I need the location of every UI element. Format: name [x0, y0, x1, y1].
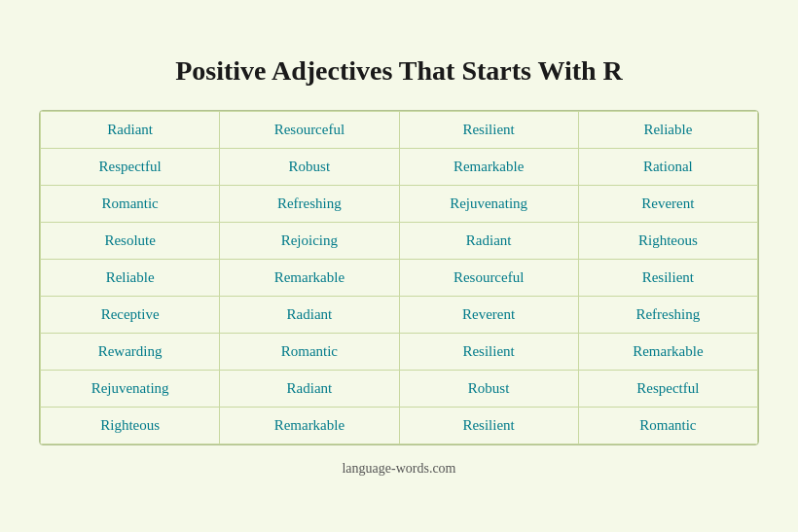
table-cell: Robust — [399, 371, 578, 408]
table-cell: Reverent — [399, 297, 578, 334]
table-cell: Robust — [220, 149, 399, 186]
table-cell: Respectful — [41, 149, 220, 186]
table-row: ReliableRemarkableResourcefulResilient — [41, 260, 758, 297]
table-row: RejuvenatingRadiantRobustRespectful — [41, 371, 758, 408]
table-cell: Rejoicing — [220, 223, 399, 260]
adjectives-table: RadiantResourcefulResilientReliableRespe… — [40, 111, 758, 444]
table-cell: Resourceful — [220, 112, 399, 149]
table-row: RomanticRefreshingRejuvenatingReverent — [41, 186, 758, 223]
footer-text: language-words.com — [342, 461, 455, 477]
table-cell: Reverent — [578, 186, 757, 223]
table-cell: Romantic — [220, 334, 399, 371]
table-cell: Rewarding — [41, 334, 220, 371]
table-cell: Reliable — [578, 112, 757, 149]
table-cell: Remarkable — [220, 260, 399, 297]
table-cell: Receptive — [41, 297, 220, 334]
table-cell: Righteous — [578, 223, 757, 260]
table-cell: Remarkable — [578, 334, 757, 371]
adjectives-table-wrapper: RadiantResourcefulResilientReliableRespe… — [39, 110, 759, 445]
table-cell: Radiant — [220, 297, 399, 334]
table-cell: Resolute — [41, 223, 220, 260]
page-title: Positive Adjectives That Starts With R — [175, 55, 623, 87]
table-cell: Radiant — [41, 112, 220, 149]
table-row: RespectfulRobustRemarkableRational — [41, 149, 758, 186]
table-row: RewardingRomanticResilientRemarkable — [41, 334, 758, 371]
table-row: RighteousRemarkableResilientRomantic — [41, 408, 758, 444]
table-cell: Rational — [578, 149, 757, 186]
table-cell: Romantic — [41, 186, 220, 223]
table-cell: Romantic — [578, 408, 757, 444]
table-cell: Refreshing — [220, 186, 399, 223]
table-cell: Remarkable — [220, 408, 399, 444]
table-cell: Resilient — [578, 260, 757, 297]
table-cell: Refreshing — [578, 297, 757, 334]
table-cell: Rejuvenating — [399, 186, 578, 223]
table-container: RadiantResourcefulResilientReliableRespe… — [39, 110, 759, 445]
table-cell: Radiant — [399, 223, 578, 260]
table-cell: Resourceful — [399, 260, 578, 297]
table-row: RadiantResourcefulResilientReliable — [41, 112, 758, 149]
table-cell: Remarkable — [399, 149, 578, 186]
table-row: ResoluteRejoicingRadiantRighteous — [41, 223, 758, 260]
table-row: ReceptiveRadiantReverentRefreshing — [41, 297, 758, 334]
table-cell: Reliable — [41, 260, 220, 297]
table-cell: Rejuvenating — [41, 371, 220, 408]
table-cell: Righteous — [41, 408, 220, 444]
table-cell: Radiant — [220, 371, 399, 408]
table-cell: Resilient — [399, 112, 578, 149]
table-cell: Respectful — [578, 371, 757, 408]
table-cell: Resilient — [399, 334, 578, 371]
table-cell: Resilient — [399, 408, 578, 444]
